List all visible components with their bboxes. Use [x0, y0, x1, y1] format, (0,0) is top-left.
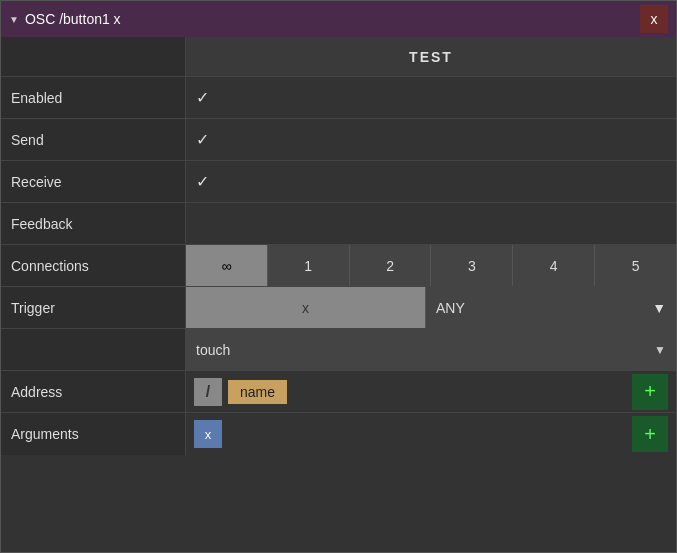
receive-row: Receive ✓	[1, 161, 676, 203]
arguments-plus-button[interactable]: +	[632, 416, 668, 452]
enabled-value: ✓	[186, 77, 676, 118]
send-row: Send ✓	[1, 119, 676, 161]
content-area: TEST Enabled ✓ Send ✓ Receive ✓ Feedback	[1, 37, 676, 552]
test-row: TEST	[1, 37, 676, 77]
test-label-col	[1, 37, 186, 76]
trigger-any-dropdown[interactable]: ANY ▼	[426, 287, 676, 328]
touch-dropdown[interactable]: touch ▼	[186, 329, 676, 370]
close-button[interactable]: x	[640, 5, 668, 33]
address-label: Address	[1, 371, 186, 412]
address-plus-button[interactable]: +	[632, 374, 668, 410]
send-label: Send	[1, 119, 186, 160]
window-title: OSC /button1 x	[25, 11, 640, 27]
enabled-row: Enabled ✓	[1, 77, 676, 119]
feedback-label: Feedback	[1, 203, 186, 244]
connections-btn-1[interactable]: 1	[268, 245, 350, 286]
window: ▼ OSC /button1 x x TEST Enabled ✓ Send ✓…	[0, 0, 677, 553]
connections-btn-3[interactable]: 3	[431, 245, 513, 286]
connections-btn-5[interactable]: 5	[595, 245, 676, 286]
address-value: / name +	[186, 371, 676, 412]
address-row: Address / name +	[1, 371, 676, 413]
receive-value: ✓	[186, 161, 676, 202]
connections-btn-4[interactable]: 4	[513, 245, 595, 286]
feedback-row: Feedback	[1, 203, 676, 245]
title-arrow-icon: ▼	[9, 14, 19, 25]
touch-row: touch ▼	[1, 329, 676, 371]
enabled-label: Enabled	[1, 77, 186, 118]
connections-label: Connections	[1, 245, 186, 286]
receive-label: Receive	[1, 161, 186, 202]
test-value: TEST	[186, 49, 676, 65]
trigger-x-button[interactable]: x	[186, 287, 426, 328]
connections-btn-infinity[interactable]: ∞	[186, 245, 268, 286]
connections-row: Connections ∞ 1 2 3 4 5	[1, 245, 676, 287]
touch-text: touch	[196, 342, 230, 358]
trigger-dropdown-arrow-icon: ▼	[652, 300, 666, 316]
feedback-value	[186, 203, 676, 244]
connections-buttons: ∞ 1 2 3 4 5	[186, 245, 676, 286]
enabled-check: ✓	[196, 88, 209, 107]
connections-btn-2[interactable]: 2	[350, 245, 432, 286]
title-bar: ▼ OSC /button1 x x	[1, 1, 676, 37]
arguments-value: x +	[186, 413, 676, 455]
send-value: ✓	[186, 119, 676, 160]
send-check: ✓	[196, 130, 209, 149]
name-badge[interactable]: name	[228, 380, 287, 404]
trigger-any-label: ANY	[436, 300, 465, 316]
trigger-label: Trigger	[1, 287, 186, 328]
slash-badge: /	[194, 378, 222, 406]
trigger-row: Trigger x ANY ▼	[1, 287, 676, 329]
touch-label-col	[1, 329, 186, 370]
arguments-x-badge[interactable]: x	[194, 420, 222, 448]
arguments-label: Arguments	[1, 413, 186, 455]
receive-check: ✓	[196, 172, 209, 191]
touch-dropdown-arrow-icon: ▼	[654, 343, 666, 357]
arguments-row: Arguments x +	[1, 413, 676, 455]
